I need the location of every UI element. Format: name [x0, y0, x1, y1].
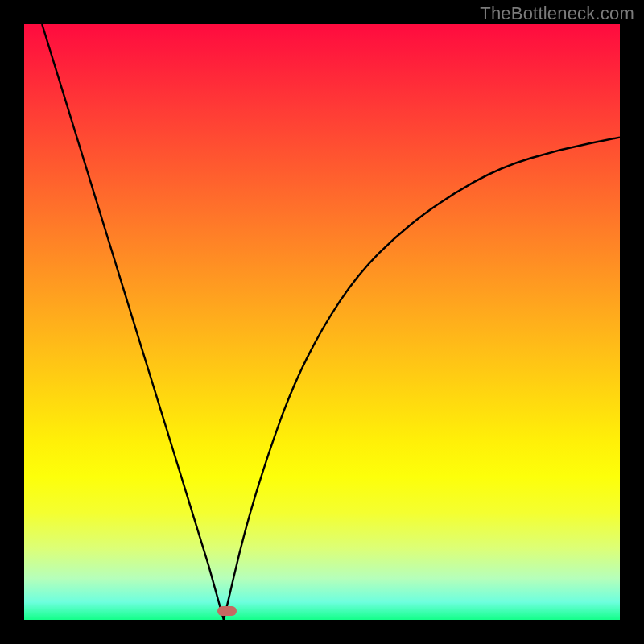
curve-layer [24, 24, 620, 620]
bottleneck-curve-right [224, 138, 620, 620]
plot-area [24, 24, 620, 620]
optimal-point-marker [217, 606, 237, 616]
chart-container: TheBottleneck.com [0, 0, 644, 644]
watermark-text: TheBottleneck.com [480, 3, 634, 24]
bottleneck-curve-left [42, 24, 224, 620]
